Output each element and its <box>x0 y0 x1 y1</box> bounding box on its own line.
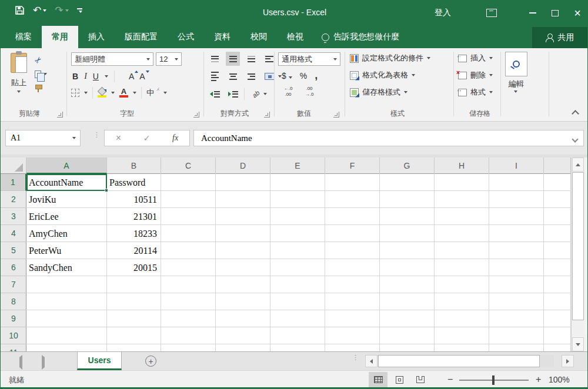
align-bottom-button[interactable] <box>244 52 258 66</box>
ribbon-display-options-icon[interactable] <box>486 9 497 17</box>
share-button[interactable]: 共用 <box>532 27 587 48</box>
cell-A3[interactable]: EricLee <box>26 208 107 225</box>
align-left-button[interactable] <box>208 69 222 83</box>
sheet-next-icon[interactable] <box>42 357 45 368</box>
row-header-4[interactable]: 4 <box>1 225 26 242</box>
grid-body[interactable]: 1234567891011 AccountNamePasswordJoviKu1… <box>1 174 571 351</box>
format-as-table-button[interactable]: 格式化為表格 <box>350 68 415 83</box>
increase-font-button[interactable]: A <box>129 72 134 81</box>
orientation-button[interactable]: ab <box>249 87 263 101</box>
bold-button[interactable]: B <box>72 72 78 81</box>
ribbon-tab-3[interactable]: 公式 <box>168 26 204 48</box>
number-format-combo[interactable]: 通用格式 <box>278 52 340 66</box>
ribbon-tab-2[interactable]: 版面配置 <box>115 26 168 48</box>
cell-B1[interactable]: Password <box>107 174 161 191</box>
delete-cells-button[interactable]: 刪除 <box>458 68 493 83</box>
comma-button[interactable]: , <box>315 69 318 82</box>
ribbon-tab-file[interactable]: 檔案 <box>5 26 42 48</box>
ribbon-tab-4[interactable]: 資料 <box>204 26 240 48</box>
ribbon-tab-1[interactable]: 插入 <box>78 26 115 48</box>
format-cells-button[interactable]: 格式 <box>458 85 493 100</box>
paste-dropdown-icon[interactable] <box>17 90 21 93</box>
borders-icon[interactable] <box>71 89 79 97</box>
page-break-view-icon[interactable] <box>411 372 430 387</box>
row-header-10[interactable]: 10 <box>1 327 26 344</box>
borders-dropdown-icon[interactable] <box>84 92 88 94</box>
cancel-icon[interactable]: × <box>116 133 121 143</box>
decrease-indent-button[interactable] <box>208 87 222 101</box>
row-header-1[interactable]: 1 <box>1 174 26 191</box>
insert-function-icon[interactable]: fx <box>172 133 178 143</box>
ribbon-tab-0[interactable]: 常用 <box>42 26 78 48</box>
editing-dropdown-icon[interactable] <box>514 90 517 93</box>
row-header-8[interactable]: 8 <box>1 293 26 310</box>
zoom-level[interactable]: 100% <box>549 375 570 384</box>
currency-button[interactable]: $ <box>282 71 292 81</box>
name-box-dropdown-icon[interactable] <box>72 137 76 139</box>
percent-button[interactable]: % <box>300 71 307 81</box>
select-all-corner[interactable] <box>1 157 26 174</box>
underline-button[interactable]: U <box>93 72 99 81</box>
insert-cells-button[interactable]: 插入 <box>458 51 493 66</box>
increase-decimal-button[interactable]: ←.0 .00 <box>280 86 296 98</box>
decrease-decimal-button[interactable]: .00 →.0 <box>302 86 317 98</box>
paste-button[interactable]: 貼上 <box>5 52 32 107</box>
cell-B6[interactable]: 20015 <box>107 259 161 276</box>
cell-A6[interactable]: SandyChen <box>26 259 107 276</box>
decrease-font-button[interactable]: A <box>139 72 145 81</box>
cell-B3[interactable]: 21301 <box>107 208 161 225</box>
number-dialog-launcher-icon[interactable] <box>333 112 339 118</box>
sign-in-button[interactable]: 登入 <box>435 8 451 18</box>
cell-B4[interactable]: 18233 <box>107 225 161 242</box>
row-header-6[interactable]: 6 <box>1 259 26 276</box>
zoom-in-icon[interactable]: + <box>536 374 541 385</box>
copy-button[interactable] <box>35 67 64 81</box>
column-header-A[interactable]: A <box>26 157 107 174</box>
cell-A4[interactable]: AmyChen <box>26 225 107 242</box>
scroll-down-icon[interactable] <box>572 337 584 351</box>
maximize-button[interactable] <box>546 4 564 22</box>
fill-dropdown-icon[interactable] <box>111 92 115 94</box>
vertical-scroll-thumb[interactable] <box>572 172 584 320</box>
horizontal-scroll-thumb[interactable] <box>378 355 540 367</box>
cell-B2[interactable]: 10511 <box>107 191 161 208</box>
fill-handle[interactable] <box>105 189 108 192</box>
scroll-up-icon[interactable] <box>572 157 584 172</box>
font-dialog-launcher-icon[interactable] <box>193 112 199 118</box>
cell-styles-button[interactable]: 儲存格樣式 <box>350 85 407 100</box>
align-top-button[interactable] <box>208 52 222 66</box>
alignment-dialog-launcher-icon[interactable] <box>264 112 270 118</box>
formula-input[interactable]: AccountName <box>193 130 584 146</box>
row-header-9[interactable]: 9 <box>1 310 26 327</box>
column-header-F[interactable]: F <box>325 157 380 174</box>
underline-dropdown-icon[interactable] <box>105 75 108 78</box>
align-center-button[interactable] <box>226 69 240 83</box>
collapse-ribbon-icon[interactable] <box>572 110 579 118</box>
column-header-B[interactable]: B <box>107 157 161 174</box>
phonetic-dropdown-icon[interactable] <box>163 92 167 94</box>
cut-button[interactable]: ✂ <box>35 53 64 67</box>
row-header-2[interactable]: 2 <box>1 191 26 208</box>
font-size-combo[interactable]: 12 <box>156 52 182 66</box>
column-header-D[interactable]: D <box>216 157 270 174</box>
row-header-5[interactable]: 5 <box>1 242 26 259</box>
font-color-button[interactable]: A <box>119 88 128 98</box>
increase-indent-button[interactable] <box>226 87 240 101</box>
minimize-button[interactable] <box>524 4 542 22</box>
clipboard-dialog-launcher-icon[interactable] <box>57 112 63 118</box>
hscroll-left-icon[interactable] <box>365 355 377 367</box>
conditional-formatting-button[interactable]: 設定格式化的條件 <box>350 51 430 66</box>
hscroll-right-icon[interactable] <box>562 355 574 367</box>
format-painter-button[interactable] <box>35 81 64 95</box>
cell-A2[interactable]: JoviKu <box>26 191 107 208</box>
name-box[interactable]: A1 <box>5 130 81 146</box>
column-header-C[interactable]: C <box>161 157 216 174</box>
align-right-button[interactable] <box>244 69 258 83</box>
font-name-combo[interactable]: 新細明體 <box>71 52 153 66</box>
find-select-button[interactable] <box>505 52 527 76</box>
expand-formula-bar-icon[interactable] <box>572 136 578 142</box>
normal-view-icon[interactable] <box>369 372 387 387</box>
zoom-slider-thumb[interactable] <box>492 375 495 385</box>
column-header-I[interactable]: I <box>489 157 544 174</box>
phonetic-guide-button[interactable]: 中 <box>146 88 159 98</box>
